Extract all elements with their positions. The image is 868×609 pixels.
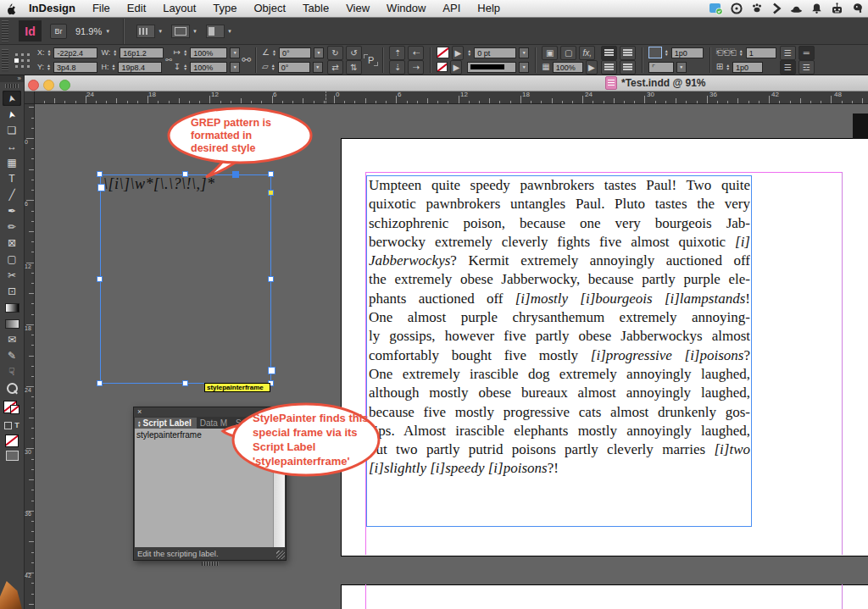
- page-2[interactable]: [341, 584, 868, 609]
- y-field[interactable]: 3p4.8: [53, 62, 97, 73]
- x-stepper[interactable]: ▲▼: [47, 49, 52, 56]
- formatting-affects-buttons[interactable]: T: [3, 418, 21, 433]
- columns-field[interactable]: 1: [746, 47, 776, 58]
- menu-item-view[interactable]: View: [337, 0, 378, 17]
- shear-dropdown[interactable]: ▼: [313, 62, 323, 73]
- panel-drag-dots[interactable]: [202, 562, 219, 566]
- rotation-dropdown[interactable]: ▼: [314, 47, 324, 58]
- gap-tool[interactable]: ↔: [3, 139, 21, 154]
- note-tool[interactable]: ✉: [3, 332, 21, 347]
- zoom-level-dropdown[interactable]: 91.9% ▼: [75, 26, 110, 36]
- w-field[interactable]: 16p1.2: [120, 47, 164, 58]
- corner-shape-dropdown[interactable]: ▼: [676, 62, 687, 73]
- stroke-weight-stepper[interactable]: ▲▼: [467, 49, 471, 56]
- screen-mode-button[interactable]: [3, 448, 21, 463]
- menu-item-indesign[interactable]: InDesign: [20, 0, 84, 17]
- constrain-dimensions-link-icon[interactable]: ⚯: [165, 56, 172, 64]
- gutter-stepper[interactable]: ▲▼: [726, 64, 730, 70]
- scale-y-stepper[interactable]: ▲▼: [183, 64, 187, 70]
- frame-fitting-icon[interactable]: [648, 47, 662, 58]
- menu-item-api[interactable]: API: [434, 0, 469, 17]
- screen-mode-dropdown[interactable]: ▼: [171, 25, 198, 38]
- columns-stepper[interactable]: ▲▼: [739, 49, 743, 56]
- reference-point-proxy[interactable]: [14, 51, 32, 69]
- hand-tool[interactable]: ☟: [3, 364, 21, 379]
- stroke-flyout[interactable]: ▶: [450, 60, 462, 75]
- effects-button[interactable]: fx,: [579, 46, 595, 60]
- fill-swatch-none[interactable]: [437, 47, 449, 58]
- content-collector-tool[interactable]: ▦: [3, 155, 21, 170]
- gradient-feather-tool[interactable]: [3, 316, 21, 331]
- wrap-bounding-box-button[interactable]: [620, 46, 636, 60]
- rectangle-frame-tool[interactable]: ⊠: [3, 235, 21, 251]
- rotate-ccw-button[interactable]: ↺: [346, 46, 362, 60]
- grep-pattern-frame[interactable]: \[i\]\w*[\.\?\!\,]*: [100, 174, 271, 384]
- robot-icon[interactable]: [830, 2, 844, 15]
- drop-shadow-button[interactable]: ▢: [560, 46, 576, 60]
- corner-shape-field[interactable]: ⌜: [648, 62, 674, 73]
- text-align-bottom-button[interactable]: ☰: [780, 60, 796, 75]
- live-corner-yellow-box[interactable]: [268, 190, 274, 196]
- opacity-field[interactable]: 100%: [553, 62, 583, 73]
- text-in-port[interactable]: [97, 184, 105, 191]
- paw-icon[interactable]: [750, 2, 764, 15]
- evernote-elephant-icon[interactable]: [851, 2, 865, 15]
- handle-bottom-center[interactable]: [182, 380, 188, 386]
- drag-grip[interactable]: [2, 20, 8, 42]
- top-margin-guide[interactable]: [365, 172, 842, 173]
- menu-item-type[interactable]: Type: [204, 0, 245, 17]
- flip-horizontal-button[interactable]: ⇄: [327, 60, 343, 75]
- arrange-documents-dropdown[interactable]: ▼: [206, 25, 232, 38]
- dropbox-sync-icon[interactable]: [709, 2, 723, 15]
- eyedropper-tool[interactable]: ✎: [3, 348, 21, 363]
- pencil-tool[interactable]: ✏: [3, 219, 21, 235]
- h-field[interactable]: 19p8.4: [118, 62, 162, 73]
- stroke-style-field[interactable]: [467, 62, 516, 73]
- menu-item-help[interactable]: Help: [469, 0, 509, 17]
- gutter-field[interactable]: 1p0: [732, 62, 763, 73]
- corner-radius-field[interactable]: 1p0: [671, 47, 704, 58]
- menu-item-file[interactable]: File: [84, 0, 119, 17]
- scale-x-stepper[interactable]: ▲▼: [183, 49, 187, 56]
- stroke-swatch-none[interactable]: [437, 62, 448, 72]
- collapse-dock-icon[interactable]: »: [0, 75, 24, 82]
- align-left-button[interactable]: ⇠: [408, 46, 424, 60]
- minimize-window-button[interactable]: [43, 80, 54, 91]
- pasteboard[interactable]: Umpteen quite speedy pawnbrokers tastes …: [34, 103, 868, 609]
- page-tool[interactable]: ❏: [3, 123, 21, 138]
- text-justify-button[interactable]: ☲: [798, 60, 815, 75]
- close-panel-icon[interactable]: ×: [137, 407, 142, 417]
- opacity-flyout[interactable]: ▶: [586, 60, 598, 75]
- line-tool[interactable]: ╱: [3, 187, 21, 202]
- stroke-weight-field[interactable]: 0 pt: [474, 47, 516, 58]
- hat-icon[interactable]: [789, 2, 804, 15]
- text-align-center-button[interactable]: ═: [798, 46, 815, 60]
- align-bottom-button[interactable]: ⇣: [389, 60, 405, 75]
- menu-item-edit[interactable]: Edit: [119, 0, 154, 17]
- tools-grip[interactable]: [5, 84, 19, 88]
- vertical-ruler[interactable]: 06121824303642: [24, 103, 35, 609]
- constrain-scale-link-icon[interactable]: ⚯: [242, 53, 251, 66]
- selection-tool[interactable]: ➤: [3, 91, 21, 106]
- right-margin-guide[interactable]: [842, 172, 843, 555]
- view-options-dropdown[interactable]: ▼: [136, 25, 163, 38]
- stroke-weight-dropdown[interactable]: ▼: [519, 47, 529, 58]
- left-margin-guide-page2[interactable]: [365, 584, 366, 609]
- type-tool[interactable]: T: [3, 171, 21, 186]
- document-window-titlebar[interactable]: [24, 75, 868, 91]
- corner-radius-stepper[interactable]: ▲▼: [665, 49, 669, 56]
- scissors-tool[interactable]: ✂: [3, 268, 21, 283]
- bell-icon[interactable]: [810, 2, 823, 15]
- tab-script-label[interactable]: ▴▾Script Label: [135, 418, 197, 429]
- scale-y-dropdown[interactable]: ▼: [230, 62, 240, 73]
- fill-flyout[interactable]: ▶: [452, 46, 464, 60]
- wrap-none-button[interactable]: [601, 46, 617, 60]
- drag-grip[interactable]: [2, 49, 8, 71]
- stroke-style-dropdown[interactable]: ▼: [519, 62, 529, 73]
- scale-x-field[interactable]: 100%: [190, 47, 227, 58]
- y-stepper[interactable]: ▲▼: [47, 64, 51, 70]
- align-right-button[interactable]: ⇢: [408, 60, 424, 75]
- rotate-cw-button[interactable]: ↻: [327, 46, 343, 60]
- handle-middle-left[interactable]: [97, 276, 103, 282]
- creative-cloud-icon[interactable]: [730, 2, 743, 15]
